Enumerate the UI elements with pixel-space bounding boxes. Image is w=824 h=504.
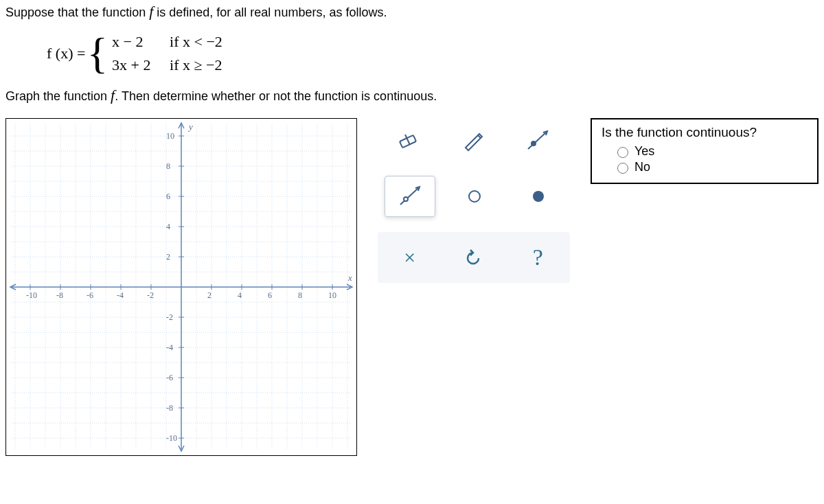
eraser-tool[interactable] bbox=[385, 121, 435, 161]
svg-text:2: 2 bbox=[207, 290, 211, 300]
svg-line-87 bbox=[405, 135, 410, 145]
x-axis-label: x bbox=[347, 273, 352, 283]
question-text: Is the function continuous? bbox=[602, 125, 808, 140]
text: . Then determine whether or not the func… bbox=[115, 89, 437, 103]
ray-closed-endpoint-tool[interactable] bbox=[513, 121, 562, 161]
y-axis-label: y bbox=[187, 122, 193, 132]
svg-text:8: 8 bbox=[166, 161, 170, 171]
open-point-tool[interactable] bbox=[450, 176, 499, 216]
prompt-line-2: Graph the function f. Then determine whe… bbox=[5, 87, 819, 104]
svg-text:10: 10 bbox=[328, 290, 336, 300]
svg-text:4: 4 bbox=[238, 290, 242, 300]
x-icon: × bbox=[404, 246, 415, 269]
option-no[interactable]: No bbox=[614, 160, 808, 174]
prompt-line-1: Suppose that the function f is defined, … bbox=[5, 3, 819, 21]
svg-text:-8: -8 bbox=[56, 290, 63, 300]
svg-text:-2: -2 bbox=[166, 312, 173, 322]
piecewise-definition: f (x) = { x − 2 if x < −2 3x + 2 if x ≥ … bbox=[47, 33, 819, 74]
help-tool[interactable]: ? bbox=[513, 238, 562, 277]
left-brace: { bbox=[87, 36, 108, 71]
option-yes-label: Yes bbox=[634, 144, 654, 159]
svg-text:10: 10 bbox=[166, 131, 174, 141]
clear-tool[interactable]: × bbox=[385, 238, 435, 277]
svg-point-92 bbox=[404, 197, 408, 201]
svg-text:-2: -2 bbox=[147, 290, 154, 300]
svg-text:-4: -4 bbox=[117, 290, 124, 300]
text: is defined, for all real numbers, as fol… bbox=[153, 5, 387, 19]
svg-text:-4: -4 bbox=[166, 343, 173, 352]
svg-text:6: 6 bbox=[268, 290, 272, 300]
graph-canvas[interactable]: 2-22-24-44-46-66-68-88-810-1010-10 y x bbox=[5, 118, 357, 456]
undo-icon bbox=[464, 247, 484, 268]
svg-point-94 bbox=[533, 191, 544, 202]
svg-text:-8: -8 bbox=[166, 403, 173, 413]
svg-text:8: 8 bbox=[298, 290, 302, 300]
svg-text:-6: -6 bbox=[87, 290, 93, 300]
svg-line-91 bbox=[400, 188, 418, 205]
svg-text:-6: -6 bbox=[166, 373, 173, 382]
text: Suppose that the function bbox=[5, 5, 149, 19]
svg-line-89 bbox=[528, 133, 546, 149]
question-icon: ? bbox=[533, 244, 543, 271]
option-yes[interactable]: Yes bbox=[614, 144, 808, 159]
piece-2-condition: if x ≥ −2 bbox=[170, 56, 222, 74]
closed-point-tool[interactable] bbox=[514, 176, 563, 216]
radio-no[interactable] bbox=[617, 163, 628, 174]
option-no-label: No bbox=[634, 160, 650, 174]
ray-open-endpoint-tool[interactable] bbox=[385, 176, 435, 217]
piece-2-expression: 3x + 2 bbox=[112, 56, 161, 74]
piece-1-condition: if x < −2 bbox=[170, 33, 222, 51]
continuity-question: Is the function continuous? Yes No bbox=[591, 118, 819, 184]
svg-text:2: 2 bbox=[166, 252, 170, 262]
pencil-tool[interactable] bbox=[449, 121, 499, 161]
svg-text:6: 6 bbox=[166, 192, 170, 201]
svg-text:-10: -10 bbox=[166, 433, 177, 443]
function-lhs: f (x) = bbox=[47, 45, 85, 62]
svg-text:4: 4 bbox=[166, 222, 170, 231]
piece-1-expression: x − 2 bbox=[112, 33, 161, 51]
text: Graph the function bbox=[5, 89, 111, 103]
undo-tool[interactable] bbox=[449, 238, 499, 277]
svg-point-93 bbox=[469, 191, 480, 202]
tool-palette: × ? bbox=[378, 121, 570, 283]
svg-text:-10: -10 bbox=[26, 290, 37, 300]
radio-yes[interactable] bbox=[617, 147, 628, 158]
svg-point-90 bbox=[531, 141, 536, 146]
